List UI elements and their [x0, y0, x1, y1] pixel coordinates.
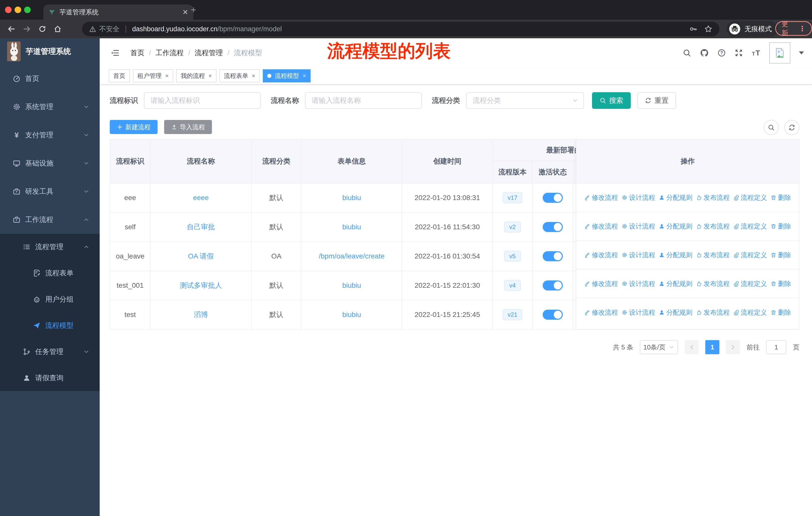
- action-设计流程[interactable]: 设计流程: [621, 279, 655, 288]
- avatar-caret-icon[interactable]: [799, 51, 804, 54]
- create-process-button[interactable]: 新建流程: [110, 120, 157, 134]
- action-流程定义[interactable]: 流程定义: [733, 251, 767, 260]
- form-info-link[interactable]: biubiu: [342, 311, 361, 319]
- action-删除[interactable]: 删除: [771, 251, 791, 260]
- action-分配规则[interactable]: 分配规则: [659, 308, 692, 317]
- action-设计流程[interactable]: 设计流程: [621, 251, 655, 260]
- bookmark-star-icon[interactable]: [704, 25, 712, 33]
- close-icon[interactable]: ×: [208, 72, 212, 79]
- password-key-icon[interactable]: [690, 25, 697, 33]
- help-icon[interactable]: [717, 49, 726, 57]
- process-name-link[interactable]: eeee: [193, 194, 209, 202]
- home-button[interactable]: [53, 25, 62, 33]
- action-流程定义[interactable]: 流程定义: [733, 193, 767, 202]
- active-toggle[interactable]: [543, 251, 563, 261]
- action-分配规则[interactable]: 分配规则: [659, 222, 692, 231]
- action-发布流程[interactable]: 发布流程: [696, 251, 730, 260]
- action-发布流程[interactable]: 发布流程: [696, 193, 730, 202]
- action-流程定义[interactable]: 流程定义: [733, 308, 767, 317]
- breadcrumb-workflow[interactable]: 工作流程: [155, 48, 184, 58]
- action-删除[interactable]: 删除: [771, 308, 791, 317]
- sidebar-item-流程表单[interactable]: 流程表单: [0, 260, 100, 286]
- sidebar-item-研发工具[interactable]: 研发工具: [0, 178, 100, 206]
- action-分配规则[interactable]: 分配规则: [659, 279, 692, 288]
- browser-update-button[interactable]: 更新 ⋮: [775, 21, 812, 36]
- action-修改流程[interactable]: 修改流程: [584, 222, 618, 231]
- tab-我的流程[interactable]: 我的流程×: [176, 69, 216, 82]
- fullscreen-icon[interactable]: [734, 49, 743, 57]
- form-info-link[interactable]: biubiu: [342, 223, 361, 231]
- process-name-link[interactable]: 滔博: [194, 310, 208, 320]
- new-tab-button[interactable]: [190, 6, 197, 13]
- close-icon[interactable]: ×: [165, 72, 169, 79]
- address-bar[interactable]: 不安全 dashboard.yudao.iocoder.cn/bpm/manag…: [82, 22, 719, 36]
- action-修改流程[interactable]: 修改流程: [584, 251, 618, 260]
- action-分配规则[interactable]: 分配规则: [659, 251, 692, 260]
- search-icon[interactable]: [683, 49, 691, 57]
- browser-menu-icon[interactable]: ⋮: [799, 24, 806, 33]
- close-icon[interactable]: ×: [302, 72, 306, 79]
- breadcrumb-process-manage[interactable]: 流程管理: [195, 48, 223, 58]
- sidebar-item-首页[interactable]: 首页: [0, 64, 100, 93]
- app-logo[interactable]: 芋道管理系统: [0, 38, 100, 64]
- reset-button[interactable]: 重置: [637, 92, 676, 109]
- action-修改流程[interactable]: 修改流程: [584, 308, 618, 317]
- action-发布流程[interactable]: 发布流程: [696, 279, 730, 288]
- hide-search-button[interactable]: [764, 120, 779, 135]
- process-name-link[interactable]: 自己审批: [187, 222, 215, 232]
- browser-tab[interactable]: 芋道管理系统 ✕: [43, 4, 193, 20]
- refresh-table-button[interactable]: [784, 120, 800, 135]
- window-minimize-button[interactable]: [14, 6, 21, 13]
- action-删除[interactable]: 删除: [771, 193, 791, 202]
- action-删除[interactable]: 删除: [771, 279, 791, 288]
- process-name-link[interactable]: OA 请假: [188, 251, 214, 261]
- sidebar-item-请假查询[interactable]: 请假查询: [0, 365, 100, 391]
- window-close-button[interactable]: [5, 6, 11, 13]
- sidebar-item-工作流程[interactable]: 工作流程: [0, 206, 100, 234]
- sidebar-item-流程模型[interactable]: 流程模型: [0, 313, 100, 338]
- page-number-1[interactable]: 1: [705, 340, 719, 354]
- font-size-icon[interactable]: [752, 48, 761, 57]
- action-设计流程[interactable]: 设计流程: [621, 222, 655, 231]
- action-删除[interactable]: 删除: [771, 222, 791, 231]
- active-toggle[interactable]: [543, 193, 563, 203]
- tab-close-icon[interactable]: ✕: [182, 8, 188, 17]
- action-流程定义[interactable]: 流程定义: [733, 279, 767, 288]
- not-secure-label[interactable]: 不安全: [99, 24, 120, 33]
- back-button[interactable]: [7, 25, 16, 33]
- action-发布流程[interactable]: 发布流程: [696, 222, 730, 231]
- page-size-select[interactable]: 10条/页: [640, 340, 678, 354]
- tab-租户管理[interactable]: 租户管理×: [133, 69, 173, 82]
- next-page-button[interactable]: [726, 340, 740, 354]
- action-修改流程[interactable]: 修改流程: [584, 279, 618, 288]
- active-toggle[interactable]: [543, 222, 563, 232]
- action-流程定义[interactable]: 流程定义: [733, 222, 767, 231]
- sidebar-item-用户分组[interactable]: 用户分组: [0, 286, 100, 313]
- github-icon[interactable]: [700, 48, 709, 57]
- action-设计流程[interactable]: 设计流程: [621, 308, 655, 317]
- window-zoom-button[interactable]: [24, 6, 31, 13]
- sidebar-item-任务管理[interactable]: 任务管理: [0, 338, 100, 365]
- user-avatar[interactable]: [769, 42, 790, 63]
- active-toggle[interactable]: [543, 310, 563, 320]
- action-修改流程[interactable]: 修改流程: [584, 193, 618, 202]
- form-info-link[interactable]: biubiu: [342, 194, 361, 202]
- active-toggle[interactable]: [543, 280, 563, 291]
- sidebar-item-流程管理[interactable]: 流程管理: [0, 234, 100, 260]
- import-process-button[interactable]: 导入流程: [164, 120, 212, 134]
- sidebar-item-支付管理[interactable]: ¥支付管理: [0, 121, 100, 149]
- forward-button[interactable]: [23, 25, 31, 33]
- tab-流程模型[interactable]: 流程模型×: [263, 69, 311, 82]
- form-info-link[interactable]: biubiu: [342, 281, 361, 290]
- action-发布流程[interactable]: 发布流程: [696, 308, 730, 317]
- breadcrumb-home[interactable]: 首页: [130, 48, 144, 58]
- process-name-input[interactable]: [305, 92, 422, 109]
- sidebar-item-系统管理[interactable]: 系统管理: [0, 93, 100, 121]
- tab-流程表单[interactable]: 流程表单×: [220, 69, 260, 82]
- prev-page-button[interactable]: [685, 340, 699, 354]
- sidebar-collapse-icon[interactable]: [111, 49, 119, 57]
- process-id-input[interactable]: [144, 92, 261, 109]
- tab-首页[interactable]: 首页: [109, 69, 130, 82]
- sidebar-item-基础设施[interactable]: 基础设施: [0, 149, 100, 178]
- search-button[interactable]: 搜索: [592, 92, 631, 109]
